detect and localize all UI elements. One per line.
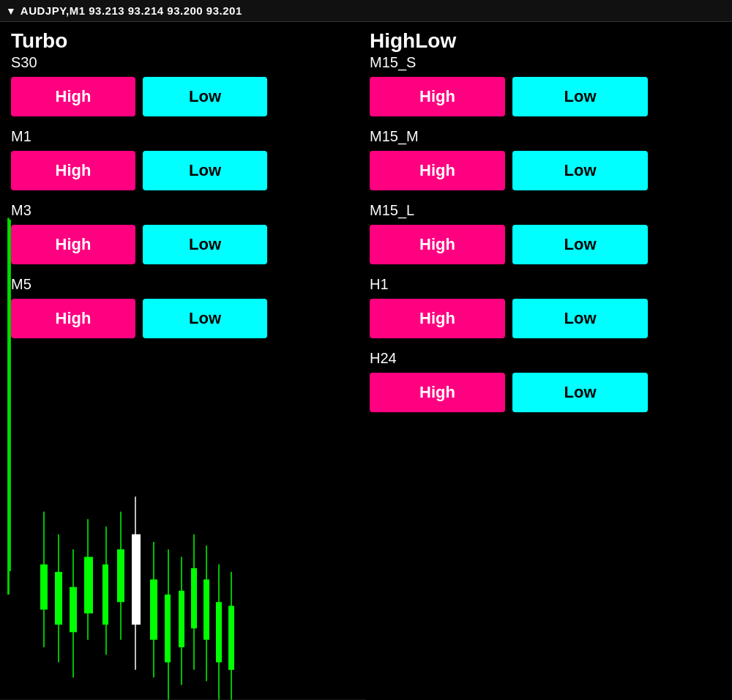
right-panel-title: HighLow [370, 29, 721, 53]
highlow-h24-low-button[interactable]: Low [512, 373, 648, 412]
highlow-m15l-label: M15_L [370, 202, 721, 219]
highlow-h24-label: H24 [370, 350, 721, 367]
turbo-s30-low-button[interactable]: Low [143, 77, 267, 116]
header-title: AUDJPY,M1 93.213 93.214 93.200 93.201 [20, 4, 242, 17]
turbo-s30-section: S30 High Low [11, 54, 348, 121]
turbo-s30-high-button[interactable]: High [11, 77, 135, 116]
highlow-m15s-high-button[interactable]: High [370, 77, 505, 116]
left-panel-turbo: Turbo S30 High Low M1 High Low [0, 22, 359, 700]
highlow-m15s-buttons: High Low [370, 77, 721, 116]
highlow-h1-label: H1 [370, 276, 721, 293]
chart-container: ▼ AUDJPY,M1 93.213 93.214 93.200 93.201 [0, 0, 732, 700]
turbo-m3-low-button[interactable]: Low [143, 225, 267, 264]
highlow-m15s-section: M15_S High Low [370, 54, 721, 121]
turbo-m3-buttons: High Low [11, 225, 348, 264]
turbo-m1-label: M1 [11, 128, 348, 145]
highlow-m15s-label: M15_S [370, 54, 721, 71]
turbo-m3-high-button[interactable]: High [11, 225, 135, 264]
turbo-s30-label: S30 [11, 54, 348, 71]
highlow-h1-low-button[interactable]: Low [512, 299, 648, 338]
dropdown-arrow-icon[interactable]: ▼ [6, 5, 16, 17]
highlow-m15l-high-button[interactable]: High [370, 225, 505, 264]
right-panel-highlow: HighLow M15_S High Low M15_M High Low [359, 22, 732, 700]
highlow-m15l-section: M15_L High Low [370, 202, 721, 269]
turbo-m3-section: M3 High Low [11, 202, 348, 269]
highlow-h1-buttons: High Low [370, 299, 721, 338]
highlow-h24-buttons: High Low [370, 373, 721, 412]
overlay-panels: Turbo S30 High Low M1 High Low [0, 22, 732, 700]
turbo-m5-section: M5 High Low [11, 276, 348, 343]
turbo-s30-buttons: High Low [11, 77, 348, 116]
header-bar: ▼ AUDJPY,M1 93.213 93.214 93.200 93.201 [0, 0, 732, 22]
left-panel-title: Turbo [11, 29, 348, 53]
highlow-m15s-low-button[interactable]: Low [512, 77, 648, 116]
main-content: Turbo S30 High Low M1 High Low [0, 22, 732, 700]
highlow-m15m-buttons: High Low [370, 151, 721, 190]
highlow-h24-high-button[interactable]: High [370, 373, 505, 412]
turbo-m5-low-button[interactable]: Low [143, 299, 267, 338]
highlow-h1-high-button[interactable]: High [370, 299, 505, 338]
highlow-h24-section: H24 High Low [370, 350, 721, 417]
highlow-m15l-buttons: High Low [370, 225, 721, 264]
turbo-m3-label: M3 [11, 202, 348, 219]
highlow-h1-section: H1 High Low [370, 276, 721, 343]
turbo-m1-low-button[interactable]: Low [143, 151, 267, 190]
highlow-m15l-low-button[interactable]: Low [512, 225, 648, 264]
turbo-m5-buttons: High Low [11, 299, 348, 338]
turbo-m5-high-button[interactable]: High [11, 299, 135, 338]
turbo-m1-section: M1 High Low [11, 128, 348, 195]
highlow-m15m-low-button[interactable]: Low [512, 151, 648, 190]
turbo-m5-label: M5 [11, 276, 348, 293]
highlow-m15m-section: M15_M High Low [370, 128, 721, 195]
turbo-m1-high-button[interactable]: High [11, 151, 135, 190]
turbo-m1-buttons: High Low [11, 151, 348, 190]
highlow-m15m-high-button[interactable]: High [370, 151, 505, 190]
highlow-m15m-label: M15_M [370, 128, 721, 145]
